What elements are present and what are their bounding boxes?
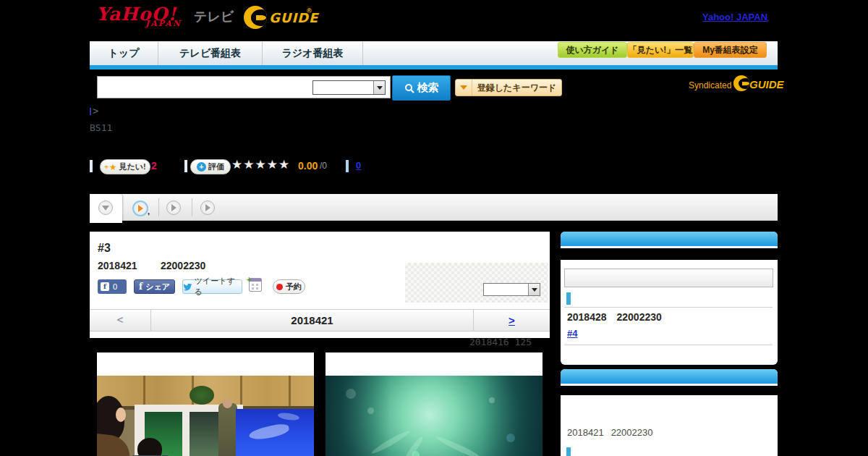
search-input[interactable] bbox=[99, 78, 312, 96]
circle-play-icon[interactable] bbox=[200, 200, 215, 215]
tweet-button[interactable]: ツイートする bbox=[182, 279, 242, 294]
program-photo-glass-bird bbox=[326, 376, 542, 456]
mitai-button-label: 見たい! bbox=[119, 161, 145, 172]
facebook-like-count: 0 bbox=[113, 282, 117, 291]
sidebar-panel-subheader bbox=[561, 248, 778, 260]
mitai-list-button[interactable]: 「見たい!」一覧 bbox=[627, 42, 694, 58]
top-link-suffix: , bbox=[767, 13, 769, 23]
sidebar-panel-header bbox=[561, 232, 778, 246]
star-rating[interactable]: ★★★★★ bbox=[231, 157, 290, 172]
sidebar-current-broadcast-panel: 201842122002230 bbox=[561, 369, 778, 456]
divider-pipe bbox=[184, 160, 187, 172]
updated-timestamp: 2018416 125 bbox=[463, 337, 532, 347]
search-icon bbox=[404, 83, 414, 93]
sidebar-input[interactable] bbox=[564, 269, 773, 287]
search-button[interactable]: 検索 bbox=[392, 75, 451, 101]
rate-button-label: 評価 bbox=[208, 161, 224, 172]
tab-separator bbox=[192, 198, 192, 216]
divider bbox=[564, 345, 773, 345]
calendar-add-icon[interactable]: + bbox=[249, 278, 262, 292]
syndicated-gguide-icon bbox=[733, 75, 749, 91]
star-icon: ★ bbox=[109, 162, 117, 172]
section-accent-bar bbox=[566, 447, 571, 456]
syndicated-gguide-text: GUIDE bbox=[749, 78, 784, 90]
tweet-button-label: ツイートする bbox=[195, 276, 242, 297]
registered-keywords-button[interactable]: 登録したキーワード bbox=[455, 79, 562, 96]
my-listings-settings-button[interactable]: My番組表設定 bbox=[694, 42, 767, 58]
rating-score: 0.00 bbox=[298, 160, 318, 172]
yahoo-japan-logo-text: JAPAN bbox=[145, 19, 182, 28]
page: YaHoO! JAPAN テレビ GUIDE ® Yahoo! JAPAN , … bbox=[0, 0, 868, 456]
next-episode-link[interactable]: #4 bbox=[567, 328, 577, 339]
tabstrip-caption: , bbox=[148, 207, 150, 216]
keyword-dropdown-icon bbox=[456, 80, 472, 96]
channel-label: BS11 bbox=[90, 122, 112, 133]
syndicated-label: Syndicated bbox=[689, 80, 731, 90]
rate-button[interactable]: + 評価 bbox=[190, 159, 231, 174]
facebook-icon: f bbox=[101, 282, 109, 291]
search-category-select[interactable] bbox=[312, 80, 386, 95]
reserve-button-label: 予約 bbox=[286, 282, 302, 292]
divider-pipe bbox=[346, 160, 349, 172]
broadcast-date: 2018421 bbox=[98, 260, 137, 271]
tab-top[interactable]: トップ bbox=[90, 41, 158, 65]
plus-icon: + bbox=[104, 164, 108, 171]
current-broadcast-schedule: 201842122002230 bbox=[567, 427, 652, 438]
guide-howto-button[interactable]: 使い方ガイド bbox=[558, 42, 627, 58]
divider-pipe bbox=[90, 160, 93, 172]
program-photo-card-2[interactable] bbox=[326, 352, 542, 456]
circle-play-icon[interactable] bbox=[166, 200, 181, 215]
sidebar-next-broadcast-panel: 201842822002230 #4 bbox=[561, 232, 778, 365]
section-accent-bar bbox=[566, 292, 571, 305]
service-name-label: テレビ bbox=[194, 8, 234, 25]
yahoo-japan-top-link[interactable]: Yahoo! JAPAN bbox=[702, 12, 767, 22]
accent-strip bbox=[90, 65, 778, 69]
tab-radio-listings[interactable]: ラジオ番組表 bbox=[263, 41, 363, 65]
broadcast-time: 22002230 bbox=[161, 260, 205, 271]
sidebar-panel-header bbox=[561, 369, 778, 384]
tab-tv-listings[interactable]: テレビ番組表 bbox=[158, 41, 263, 65]
facebook-share-label: シェア bbox=[145, 282, 170, 292]
rating-total: /0 bbox=[320, 161, 327, 171]
twitter-icon bbox=[183, 282, 192, 292]
reserve-button[interactable]: 予約 bbox=[273, 279, 305, 294]
circle-play-icon-active[interactable] bbox=[132, 200, 148, 216]
breadcrumb-tick bbox=[90, 108, 91, 115]
next-date-link[interactable]: > bbox=[473, 310, 550, 331]
breadcrumb: > bbox=[93, 105, 98, 117]
tab-separator bbox=[122, 198, 123, 216]
divider bbox=[564, 307, 773, 308]
program-photo-card-1[interactable] bbox=[97, 352, 314, 456]
next-broadcast-time: 22002230 bbox=[617, 311, 662, 323]
search-button-label: 検索 bbox=[417, 81, 439, 95]
plus-circle-icon: + bbox=[197, 162, 206, 172]
tab-separator bbox=[158, 198, 159, 216]
program-photo-aquarium bbox=[97, 376, 314, 456]
mitai-button[interactable]: + ★ 見たい! bbox=[100, 159, 150, 174]
next-broadcast-schedule: 201842822002230 bbox=[567, 311, 662, 323]
next-broadcast-date: 2018428 bbox=[567, 311, 607, 323]
episode-select[interactable] bbox=[483, 283, 540, 296]
current-date-label: 2018421 bbox=[151, 310, 473, 331]
keyword-button-label: 登録したキーワード bbox=[472, 82, 561, 94]
chevron-down-icon bbox=[528, 284, 540, 295]
gguide-logo-icon bbox=[244, 6, 267, 29]
episode-title: #3 bbox=[98, 242, 111, 255]
program-detail-panel: #3 2018421 22002230 f 0 f シェア ツイートする + 予… bbox=[90, 232, 550, 338]
facebook-like-button[interactable]: f 0 bbox=[98, 279, 127, 294]
sidebar-panel-subheader bbox=[561, 386, 778, 395]
registered-mark: ® bbox=[307, 7, 312, 14]
date-navigation: < 2018421 > bbox=[90, 309, 550, 332]
media-tabstrip bbox=[90, 194, 778, 221]
record-dot-icon bbox=[276, 284, 283, 290]
facebook-icon: f bbox=[139, 282, 142, 292]
chevron-down-icon bbox=[373, 81, 385, 94]
current-broadcast-time: 22002230 bbox=[611, 427, 653, 438]
circle-arrow-down-icon[interactable] bbox=[98, 200, 113, 215]
prev-date-button[interactable]: < bbox=[90, 310, 151, 331]
current-broadcast-date: 2018421 bbox=[567, 427, 604, 438]
review-count-link[interactable]: 0 bbox=[356, 160, 361, 171]
mitai-count: 2 bbox=[151, 160, 157, 172]
facebook-share-button[interactable]: f シェア bbox=[134, 279, 175, 294]
